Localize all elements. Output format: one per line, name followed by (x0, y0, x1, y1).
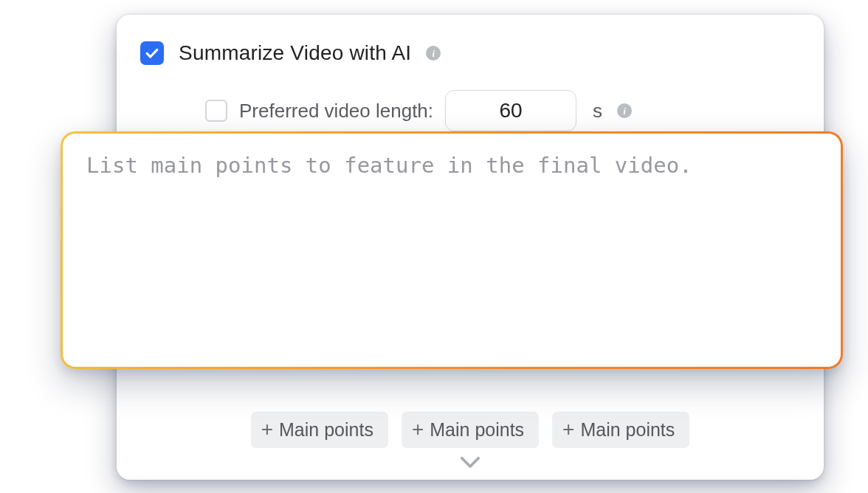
chip-label: Main points (430, 419, 524, 441)
preferred-label: Preferred video length: (239, 100, 433, 123)
info-icon[interactable]: i (617, 103, 632, 118)
plus-icon: + (412, 421, 424, 438)
summarize-row: Summarize Video with AI i (140, 41, 797, 65)
preferred-checkbox[interactable] (205, 100, 227, 122)
textarea-inner (63, 134, 841, 367)
chip-row: + Main points + Main points + Main point… (117, 412, 824, 448)
info-icon[interactable]: i (426, 46, 441, 61)
add-main-points-chip[interactable]: + Main points (402, 412, 539, 448)
summarize-label: Summarize Video with AI (179, 41, 411, 65)
chip-label: Main points (580, 419, 675, 441)
summarize-checkbox[interactable] (140, 41, 164, 65)
main-points-textarea[interactable] (86, 153, 817, 348)
main-points-textarea-frame (61, 131, 843, 369)
video-length-input[interactable] (445, 90, 576, 131)
plus-icon: + (261, 421, 273, 438)
add-main-points-chip[interactable]: + Main points (251, 412, 388, 448)
add-main-points-chip[interactable]: + Main points (552, 412, 689, 448)
unit-label: s (593, 100, 602, 123)
expand-chevron[interactable] (117, 455, 824, 471)
preferred-row: Preferred video length: s i (205, 90, 797, 131)
check-icon (144, 45, 160, 61)
chevron-down-icon (459, 455, 481, 471)
chip-label: Main points (279, 419, 373, 441)
plus-icon: + (562, 421, 574, 438)
